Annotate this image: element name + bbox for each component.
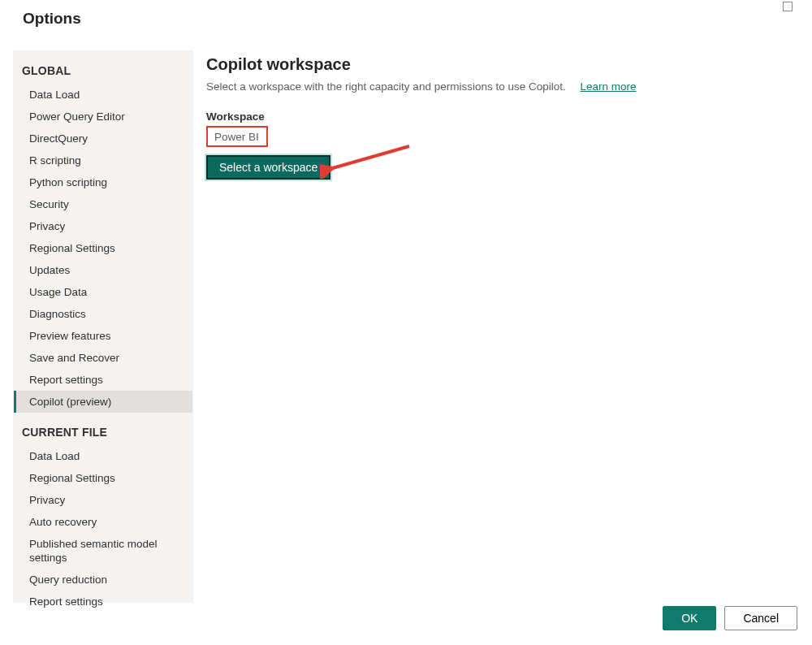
sidebar-item-label: Report settings	[29, 595, 103, 608]
sidebar-item-label: Regional Settings	[29, 242, 115, 254]
sidebar-item-privacy[interactable]: Privacy	[14, 215, 192, 237]
sidebar-item-label: Regional Settings	[29, 472, 115, 484]
sidebar-item-label: Published semantic model settings	[29, 538, 158, 564]
sidebar-item-label: R scripting	[29, 154, 81, 167]
window-control-placeholder	[783, 2, 793, 11]
sidebar-item-label: Query reduction	[29, 574, 107, 586]
main-heading: Copilot workspace	[206, 55, 799, 74]
sidebar-item-label: Report settings	[29, 374, 103, 386]
sidebar-item-label: Preview features	[29, 330, 111, 342]
main-subtitle-text: Select a workspace with the right capaci…	[206, 80, 566, 93]
sidebar-item-label: Save and Recover	[29, 352, 119, 364]
main-subtitle: Select a workspace with the right capaci…	[206, 80, 799, 93]
sidebar-item-label: Copilot (preview)	[29, 396, 111, 408]
sidebar-item-r-scripting[interactable]: R scripting	[14, 149, 192, 171]
sidebar-item-label: Auto recovery	[29, 516, 97, 528]
sidebar-item-label: Diagnostics	[29, 308, 86, 320]
sidebar-item-report-settings[interactable]: Report settings	[14, 369, 192, 391]
options-dialog: Options GLOBAL Data Load Power Query Edi…	[0, 0, 812, 645]
sidebar-item-label: Privacy	[29, 220, 65, 232]
sidebar-item-save-and-recover[interactable]: Save and Recover	[14, 347, 192, 369]
sidebar-item-label: Power Query Editor	[29, 110, 125, 123]
ok-button[interactable]: OK	[663, 606, 716, 630]
sidebar-item-power-query-editor[interactable]: Power Query Editor	[14, 106, 192, 128]
sidebar-item-cf-report-settings[interactable]: Report settings	[14, 591, 192, 613]
sidebar-item-python-scripting[interactable]: Python scripting	[14, 171, 192, 193]
sidebar: GLOBAL Data Load Power Query Editor Dire…	[13, 50, 193, 603]
sidebar-item-cf-published-semantic-model-settings[interactable]: Published semantic model settings	[14, 533, 192, 569]
sidebar-item-directquery[interactable]: DirectQuery	[14, 128, 192, 149]
cancel-button[interactable]: Cancel	[724, 606, 797, 630]
sidebar-item-cf-regional-settings[interactable]: Regional Settings	[14, 467, 192, 489]
sidebar-item-label: Data Load	[29, 89, 80, 101]
sidebar-item-preview-features[interactable]: Preview features	[14, 325, 192, 347]
sidebar-item-regional-settings[interactable]: Regional Settings	[14, 237, 192, 259]
sidebar-item-label: Updates	[29, 264, 70, 276]
sidebar-item-label: Usage Data	[29, 286, 87, 298]
sidebar-item-data-load[interactable]: Data Load	[14, 84, 192, 106]
sidebar-item-cf-auto-recovery[interactable]: Auto recovery	[14, 511, 192, 533]
main-panel: Copilot workspace Select a workspace wit…	[206, 50, 799, 604]
sidebar-item-label: Data Load	[29, 450, 80, 462]
sidebar-item-cf-query-reduction[interactable]: Query reduction	[14, 569, 192, 591]
workspace-value-box: Power BI	[206, 126, 268, 147]
sidebar-header-current-file: CURRENT FILE	[14, 413, 192, 445]
dialog-title: Options	[23, 10, 81, 28]
sidebar-item-copilot-preview[interactable]: Copilot (preview)	[14, 391, 192, 413]
sidebar-item-label: DirectQuery	[29, 132, 88, 145]
learn-more-link[interactable]: Learn more	[580, 80, 636, 93]
sidebar-item-label: Privacy	[29, 494, 65, 506]
dialog-footer: OK Cancel	[663, 606, 797, 630]
sidebar-item-usage-data[interactable]: Usage Data	[14, 281, 192, 303]
sidebar-item-cf-privacy[interactable]: Privacy	[14, 489, 192, 511]
sidebar-item-diagnostics[interactable]: Diagnostics	[14, 303, 192, 325]
sidebar-header-global: GLOBAL	[14, 51, 192, 84]
workspace-value: Power BI	[214, 131, 259, 143]
sidebar-item-label: Python scripting	[29, 176, 107, 188]
select-workspace-button[interactable]: Select a workspace	[206, 155, 330, 180]
sidebar-item-label: Security	[29, 198, 69, 210]
sidebar-item-security[interactable]: Security	[14, 193, 192, 215]
sidebar-item-updates[interactable]: Updates	[14, 259, 192, 281]
sidebar-item-cf-data-load[interactable]: Data Load	[14, 445, 192, 467]
workspace-label: Workspace	[206, 110, 799, 123]
